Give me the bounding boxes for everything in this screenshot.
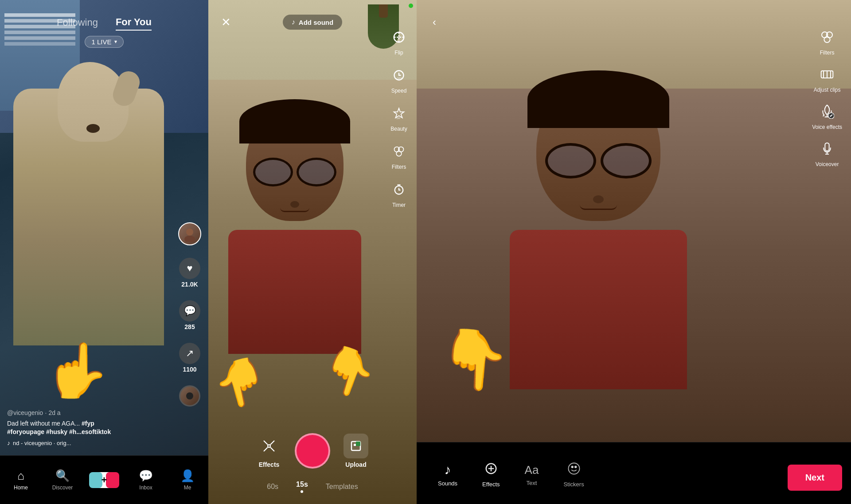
effects-tab-icon [484,462,498,478]
duration-15s[interactable]: 15s [296,481,308,493]
close-button[interactable]: ✕ [217,13,235,31]
text-icon: Aa [525,463,539,477]
music-disc [179,385,200,407]
person-container [219,106,370,354]
back-button[interactable]: ‹ [426,13,443,31]
feed-sound[interactable]: ♪ nd - viceugenio · orig... [7,439,177,446]
nav-inbox-label: Inbox [139,485,152,491]
tab-stickers[interactable]: Stickers [551,462,596,488]
filters-camera-button[interactable]: Filters [388,141,410,170]
tab-following[interactable]: Following [57,15,98,30]
svg-text:OFF: OFF [396,117,400,120]
edit-top-bar: ‹ [417,0,851,35]
record-inner [299,438,326,464]
duration-tabs: 60s 15s Templates [208,481,417,493]
voice-effects-button[interactable]: Voice effects [812,101,842,130]
profile-icon: 👤 [180,469,195,483]
shirt-cam [228,230,361,354]
timer-icon [388,179,410,200]
edit-nose [593,195,604,203]
svg-rect-12 [354,444,356,446]
adjust-clips-button[interactable]: Adjust clips [814,64,841,93]
next-label: Next [805,473,824,483]
flip-label: Flip [394,50,403,56]
nav-me[interactable]: 👤 Me [167,469,208,491]
disc-icon [179,385,200,407]
nav-inbox[interactable]: 💬 Inbox [125,469,167,491]
svg-point-20 [568,463,579,474]
hand-emoji-feed: 👇 [44,340,111,402]
tab-text[interactable]: Aa Text [512,463,551,486]
feed-caption: Dad left without me AGA... #fyp#foryoupa… [7,419,177,437]
timestamp-text: · 2d a [45,409,61,416]
beauty-button[interactable]: OFF Beauty [388,103,410,132]
voice-effects-icon [816,101,838,122]
feed-info: @viceugenio · 2d a Dad left without me A… [7,409,177,446]
create-button[interactable]: + [93,472,116,488]
nose-cam [290,201,299,208]
create-icon: + [93,472,116,488]
duration-15s-label: 15s [296,481,308,488]
sound-text: nd - viceugenio · orig... [13,440,71,446]
speed-button[interactable]: OFF Speed [388,65,410,94]
duration-active-dot [301,490,303,493]
upload-button[interactable]: Upload [344,434,368,468]
dog-nose [86,124,100,133]
dog-body [13,89,164,345]
nav-home[interactable]: ⌂ Home [0,469,42,491]
effects-button[interactable]: Effects [257,434,281,468]
svg-point-1 [184,236,195,242]
bottom-navigation: ⌂ Home 🔍 Discover + 💬 Inbox 👤 Me [0,455,208,504]
smile-cam [280,208,309,212]
live-badge-text: 1 LIVE [91,38,111,46]
comment-icon: 💬 [179,300,200,322]
edit-panel: 👇 ‹ Filters Adjust c [417,0,851,504]
edit-glass-right [601,143,652,178]
duration-templates[interactable]: Templates [326,483,358,491]
tab-effects[interactable]: Effects [470,462,512,488]
share-button[interactable]: ↗ 1100 [179,343,200,373]
search-icon: 🔍 [55,469,70,483]
avatar[interactable] [178,222,201,245]
inbox-icon: 💬 [139,469,153,483]
flip-button[interactable]: Flip [388,27,410,56]
edit-glass-left [545,143,596,178]
duration-60s-label: 60s [267,483,278,491]
edit-person-head [536,79,660,221]
next-button[interactable]: Next [788,465,842,491]
edit-bottom-bar: ♪ Sounds Effects Aa Text [417,442,851,504]
filters-camera-icon [388,141,410,162]
effects-tab-label: Effects [482,481,500,488]
sounds-icon: ♪ [445,462,451,477]
add-sound-button[interactable]: ♪ Add sound [283,15,342,30]
comment-count: 285 [184,323,195,330]
voiceover-button[interactable]: Voiceover [816,138,839,167]
duration-60s[interactable]: 60s [267,483,278,491]
tab-foryou[interactable]: For You [116,15,152,31]
like-button[interactable]: ♥ 21.0K [179,258,200,288]
adjust-clips-icon [816,64,838,85]
timer-button[interactable]: Timer [388,179,410,208]
feed-right-icons: ♥ 21.0K 💬 285 ↗ 1100 [178,222,201,407]
chevron-down-icon: ▾ [114,39,117,45]
recording-indicator [409,4,413,8]
record-button[interactable] [295,433,330,469]
live-badge[interactable]: 1 LIVE ▾ [85,36,123,48]
voice-effects-label: Voice effects [812,124,842,130]
comment-button[interactable]: 💬 285 [179,300,200,330]
nav-discover[interactable]: 🔍 Discover [42,469,83,491]
speed-icon: OFF [388,65,410,86]
feed-tabs: Following For You [57,15,152,31]
glass-right [297,158,336,186]
effects-label: Effects [259,461,280,468]
hair-cam [239,99,350,143]
tab-sounds[interactable]: ♪ Sounds [426,462,470,487]
nav-create[interactable]: + [83,472,125,488]
feed-panel: 👇 Following For You 1 LIVE ▾ ♥ 21.0K 💬 2… [0,0,208,504]
voiceover-label: Voiceover [816,161,839,167]
svg-rect-13 [356,442,360,446]
filters-edit-label: Filters [820,50,835,56]
filters-edit-button[interactable]: Filters [816,27,838,56]
add-sound-label: Add sound [299,19,333,26]
edit-right-controls: Filters Adjust clips [812,27,842,167]
